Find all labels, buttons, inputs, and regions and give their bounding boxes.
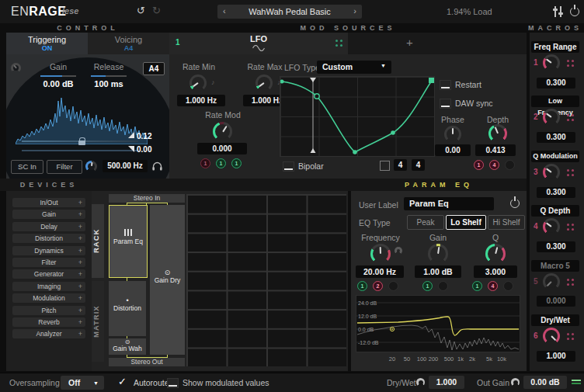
q-value[interactable]: 3.000 xyxy=(474,265,517,278)
device-item[interactable]: Reverb+ xyxy=(12,317,85,327)
macro-drag-icon[interactable] xyxy=(567,333,569,335)
stereo-in-block[interactable]: Stereo In xyxy=(109,194,185,203)
macro-value[interactable]: 0.300 xyxy=(537,241,575,252)
mod-slot-dot[interactable]: 1 xyxy=(357,281,367,291)
filter-button[interactable]: Filter xyxy=(47,160,82,174)
mod-slot-dot[interactable] xyxy=(388,281,398,291)
macro-label[interactable]: Macro 5 xyxy=(531,260,579,272)
macro-drag-icon[interactable] xyxy=(567,279,569,281)
marker-bottom-value[interactable]: 0.00 xyxy=(137,145,151,154)
settings-sliders-icon[interactable] xyxy=(553,6,563,17)
device-item[interactable]: Filter+ xyxy=(12,258,85,267)
eq-gain-knob[interactable] xyxy=(428,244,448,264)
outgain-knob-icon[interactable] xyxy=(511,378,520,387)
mod-slot-dot[interactable]: 1 xyxy=(474,160,484,170)
bipolar-checkbox[interactable] xyxy=(283,161,294,172)
filter-freq-knob[interactable] xyxy=(85,161,97,172)
device-item[interactable]: Delay+ xyxy=(12,222,85,231)
mod-slot-dot[interactable] xyxy=(505,160,515,170)
preset-selector[interactable]: ‹ WahWah Pedal Basic › xyxy=(217,5,362,19)
rack-block-distortion[interactable]: • Distortion xyxy=(109,281,146,336)
rack-block-param-eq[interactable]: Param Eq xyxy=(109,205,148,278)
macro-value[interactable]: 0.000 xyxy=(537,296,575,307)
stereo-out-block[interactable]: Stereo Out xyxy=(109,358,185,366)
rack-block-gain-wah[interactable]: ⊙ Gain Wah xyxy=(109,338,146,355)
device-item[interactable]: Generator+ xyxy=(12,269,85,279)
mod-slot-dot[interactable]: 1 xyxy=(216,158,226,168)
autoroute-checkbox[interactable]: ✓ xyxy=(118,376,127,387)
freq-mod-target-icon[interactable] xyxy=(395,247,402,255)
add-device-icon[interactable]: + xyxy=(78,222,82,231)
marker-top-handle[interactable] xyxy=(128,132,134,138)
macro-label[interactable]: Q Depth xyxy=(531,205,579,217)
filter-freq-value[interactable]: 500.00 Hz xyxy=(103,160,148,172)
macro-value[interactable]: 1.000 xyxy=(537,351,575,362)
mod-slot-dot[interactable] xyxy=(438,281,448,291)
macro-value[interactable]: 0.300 xyxy=(537,132,575,143)
macro-value[interactable]: 0.300 xyxy=(537,78,575,88)
add-device-icon[interactable]: + xyxy=(78,258,82,267)
add-device-icon[interactable]: + xyxy=(78,282,82,291)
macro-knob[interactable] xyxy=(543,218,560,235)
macro-knob[interactable] xyxy=(543,273,560,290)
device-power-icon[interactable] xyxy=(510,199,520,208)
redo-icon[interactable]: ↻ xyxy=(152,5,161,17)
marker-bottom-handle[interactable] xyxy=(128,146,134,152)
macro-knob[interactable] xyxy=(543,109,560,126)
power-icon[interactable] xyxy=(570,7,579,16)
phase-knob[interactable] xyxy=(444,126,461,143)
macro-drag-icon[interactable] xyxy=(567,224,569,226)
drywet-knob-icon[interactable] xyxy=(416,378,425,387)
threshold-slider-bottom[interactable] xyxy=(22,150,138,151)
device-item[interactable]: Modulation+ xyxy=(12,293,85,303)
preset-name[interactable]: WahWah Pedal Basic xyxy=(230,7,349,16)
frequency-knob[interactable] xyxy=(370,244,391,264)
release-value[interactable]: 100 ms xyxy=(82,79,136,88)
restart-checkbox[interactable] xyxy=(440,80,451,90)
matrix-tab[interactable]: MATRIX xyxy=(92,281,104,362)
daw-sync-checkbox[interactable] xyxy=(440,99,451,109)
drywet-value[interactable]: 1.000 xyxy=(429,376,464,389)
release-mini-slider[interactable] xyxy=(91,75,127,77)
user-label-input[interactable]: Param Eq xyxy=(404,197,494,210)
eq-gain-value[interactable]: 1.00 dB xyxy=(415,265,461,278)
undo-icon[interactable]: ↺ xyxy=(137,5,145,17)
mod-slot-dot[interactable] xyxy=(503,281,513,291)
eq-response-graph[interactable]: 24.0 dB 12.0 dB 0.0 dB -12.0 dB 20 50 10… xyxy=(356,295,520,366)
add-device-icon[interactable]: + xyxy=(78,246,82,255)
mod-slot-dot[interactable]: 1 xyxy=(200,158,210,168)
macro-label[interactable]: Dry/Wet xyxy=(531,314,579,326)
macro-value[interactable]: 0.300 xyxy=(537,187,575,198)
mod-slot-dot[interactable]: 1 xyxy=(231,158,242,168)
gain-value[interactable]: 0.00 dB xyxy=(31,79,85,88)
device-item[interactable]: Distortion+ xyxy=(12,234,85,243)
preset-prev-icon[interactable]: ‹ xyxy=(223,6,226,16)
macro-knob[interactable] xyxy=(543,328,560,345)
input-mini-knob[interactable] xyxy=(11,63,21,73)
rate-max-knob[interactable] xyxy=(255,75,273,92)
preset-next-icon[interactable]: › xyxy=(353,6,356,16)
add-device-icon[interactable]: + xyxy=(78,210,82,219)
gain-mini-slider[interactable] xyxy=(40,75,76,77)
tab-voicing[interactable]: Voicing A4 xyxy=(88,33,169,54)
device-item[interactable]: Imaging+ xyxy=(12,282,85,291)
grid-x-value[interactable]: 4 xyxy=(394,159,407,171)
add-device-icon[interactable]: + xyxy=(78,198,82,207)
add-device-icon[interactable]: + xyxy=(78,306,82,315)
frequency-value[interactable]: 20.00 Hz xyxy=(356,265,404,278)
eq-type-peak[interactable]: Peak xyxy=(407,215,444,230)
rate-min-value[interactable]: 1.000 Hz xyxy=(177,95,225,106)
phase-value[interactable]: 0.00 xyxy=(435,144,471,156)
outgain-value[interactable]: 0.00 dB xyxy=(523,376,567,389)
rate-mod-knob[interactable] xyxy=(213,122,232,141)
mod-slot-dot[interactable]: 1 xyxy=(472,281,482,291)
mod-source-tab-lfo[interactable]: 1 LFO xyxy=(169,33,348,54)
mod-slot-dot[interactable]: 1 xyxy=(422,281,433,291)
rate-min-note-icon[interactable]: ♪ xyxy=(211,78,215,86)
macro-knob[interactable] xyxy=(543,54,560,71)
tab-triggering[interactable]: Triggering ON xyxy=(6,33,88,54)
macro-drag-icon[interactable] xyxy=(567,114,569,116)
mod-tab-drag-icon[interactable] xyxy=(335,40,338,42)
macro-drag-icon[interactable] xyxy=(567,60,569,62)
lfo-curve-editor[interactable] xyxy=(280,76,435,157)
